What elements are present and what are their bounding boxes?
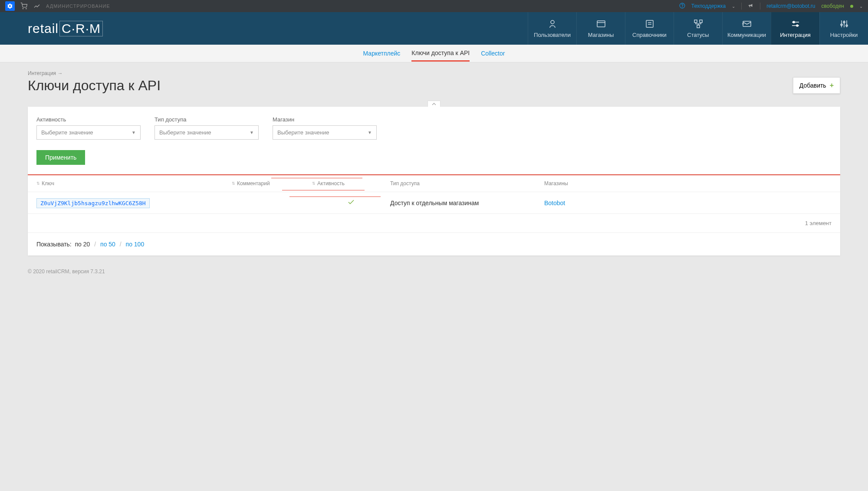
page-size-50[interactable]: по 50 bbox=[100, 241, 115, 248]
annotation-line bbox=[282, 190, 365, 190]
select-placeholder: Выберите значение bbox=[41, 129, 93, 136]
nav-references[interactable]: Справочники bbox=[625, 12, 674, 45]
svg-point-0 bbox=[23, 8, 23, 9]
table-count: 1 элемент bbox=[28, 214, 840, 233]
admin-label: АДМИНИСТРИРОВАНИЕ bbox=[46, 3, 110, 9]
svg-rect-12 bbox=[697, 25, 700, 28]
filter-activity-label: Активность bbox=[36, 116, 141, 123]
filter-store-label: Магазин bbox=[273, 116, 377, 123]
api-key-value[interactable]: Z0uVjZ9Kljb5hsagzu9zlhwKGC6Z58H bbox=[36, 198, 150, 208]
nav-settings[interactable]: Настройки bbox=[819, 12, 868, 45]
footer-copyright: © 2020 retailCRM, версия 7.3.21 bbox=[0, 255, 868, 288]
pagination: Показывать: по 20 / по 50 / по 100 bbox=[28, 233, 840, 255]
collapse-toggle[interactable] bbox=[427, 101, 441, 107]
gear-icon[interactable] bbox=[5, 1, 15, 11]
svg-point-3 bbox=[682, 7, 682, 7]
th-key[interactable]: Ключ bbox=[42, 180, 54, 187]
check-icon bbox=[347, 200, 355, 207]
help-icon[interactable] bbox=[679, 3, 685, 10]
chart-icon[interactable] bbox=[33, 2, 41, 10]
nav-label: Пользователи bbox=[534, 32, 571, 38]
svg-rect-11 bbox=[700, 20, 702, 23]
topbar: АДМИНИСТРИРОВАНИЕ Техподдержка ⌄ retailc… bbox=[0, 0, 868, 12]
svg-rect-10 bbox=[694, 20, 697, 23]
nav-users[interactable]: Пользователи bbox=[528, 12, 576, 45]
add-button-label: Добавить bbox=[799, 82, 826, 89]
nav-label: Интеграция bbox=[780, 32, 811, 38]
nav-label: Коммуникации bbox=[727, 32, 766, 38]
breadcrumb[interactable]: Интеграция → bbox=[28, 70, 840, 76]
sort-icon[interactable]: ⇅ bbox=[232, 181, 235, 186]
filter-access-type-label: Тип доступа bbox=[155, 116, 259, 123]
select-placeholder: Выберите значение bbox=[277, 129, 329, 136]
svg-rect-5 bbox=[597, 21, 605, 27]
sliders-icon bbox=[790, 19, 801, 29]
sort-icon[interactable]: ⇅ bbox=[36, 181, 40, 186]
user-icon bbox=[547, 19, 558, 29]
th-active[interactable]: Активность bbox=[317, 180, 345, 187]
chevron-down-icon[interactable]: ⌄ bbox=[732, 4, 735, 9]
chevron-down-icon[interactable]: ⌄ bbox=[859, 4, 863, 9]
svg-rect-7 bbox=[646, 20, 653, 27]
main-header: retailC·R·M Пользователи Магазины Справо… bbox=[0, 12, 868, 45]
cart-icon[interactable] bbox=[20, 2, 28, 10]
mail-icon bbox=[742, 19, 752, 29]
user-status: свободен bbox=[822, 3, 845, 9]
subtabs: Маркетплейс Ключи доступа к API Collecto… bbox=[0, 45, 868, 62]
subtab-marketplace[interactable]: Маркетплейс bbox=[363, 46, 401, 61]
caret-down-icon: ▼ bbox=[368, 130, 372, 135]
store-icon bbox=[596, 19, 606, 29]
caret-down-icon: ▼ bbox=[250, 130, 254, 135]
megaphone-icon[interactable] bbox=[748, 3, 754, 10]
apply-button[interactable]: Применить bbox=[36, 150, 85, 165]
th-stores[interactable]: Магазины bbox=[544, 180, 568, 187]
th-access[interactable]: Тип доступа bbox=[390, 180, 420, 187]
sort-icon[interactable]: ⇅ bbox=[312, 181, 316, 186]
nav-label: Настройки bbox=[830, 32, 858, 38]
subtab-api-keys[interactable]: Ключи доступа к API bbox=[411, 45, 470, 62]
settings-icon bbox=[839, 19, 849, 29]
support-link[interactable]: Техподдержка bbox=[691, 3, 726, 9]
page-size-20[interactable]: по 20 bbox=[75, 241, 90, 248]
pagination-label: Показывать: bbox=[36, 241, 72, 248]
nav-statuses[interactable]: Статусы bbox=[674, 12, 722, 45]
store-link[interactable]: Botobot bbox=[544, 200, 565, 206]
th-comment[interactable]: Комментарий bbox=[237, 180, 270, 187]
svg-point-4 bbox=[551, 20, 554, 24]
filter-store-select[interactable]: Выберите значение ▼ bbox=[273, 125, 377, 140]
nav-communications[interactable]: Коммуникации bbox=[722, 12, 771, 45]
table: ⇅Ключ ⇅Комментарий ⇅Активность Тип досту… bbox=[28, 174, 840, 255]
nav-label: Магазины bbox=[588, 32, 614, 38]
nav-stores[interactable]: Магазины bbox=[576, 12, 625, 45]
subtab-collector[interactable]: Collector bbox=[481, 46, 505, 61]
annotation-line bbox=[271, 178, 362, 178]
select-placeholder: Выберите значение bbox=[159, 129, 211, 136]
nav-label: Справочники bbox=[632, 32, 667, 38]
svg-point-1 bbox=[26, 8, 26, 9]
plus-icon: + bbox=[830, 82, 834, 89]
caret-down-icon: ▼ bbox=[132, 130, 136, 135]
annotation-line bbox=[289, 196, 381, 197]
page-size-100[interactable]: по 100 bbox=[126, 241, 145, 248]
nav-label: Статусы bbox=[687, 32, 709, 38]
user-email[interactable]: retailcrm@botobot.ru bbox=[766, 3, 815, 9]
page-title: Ключи доступа к API bbox=[28, 78, 161, 94]
filter-access-type-select[interactable]: Выберите значение ▼ bbox=[155, 125, 259, 140]
cell-access: Доступ к отдельным магазинам bbox=[390, 200, 544, 206]
flow-icon bbox=[693, 19, 704, 29]
status-dot-icon bbox=[850, 5, 853, 8]
nav-integration[interactable]: Интеграция bbox=[771, 12, 819, 45]
svg-point-17 bbox=[793, 21, 795, 23]
filters-panel: Активность Выберите значение ▼ Тип досту… bbox=[28, 107, 840, 174]
svg-rect-13 bbox=[743, 21, 751, 26]
list-icon bbox=[644, 19, 655, 29]
add-button[interactable]: Добавить + bbox=[793, 77, 840, 94]
table-row[interactable]: Z0uVjZ9Kljb5hsagzu9zlhwKGC6Z58H Доступ к… bbox=[28, 192, 840, 214]
svg-point-18 bbox=[796, 25, 798, 26]
filter-activity-select[interactable]: Выберите значение ▼ bbox=[36, 125, 141, 140]
logo[interactable]: retailC·R·M bbox=[28, 21, 103, 36]
